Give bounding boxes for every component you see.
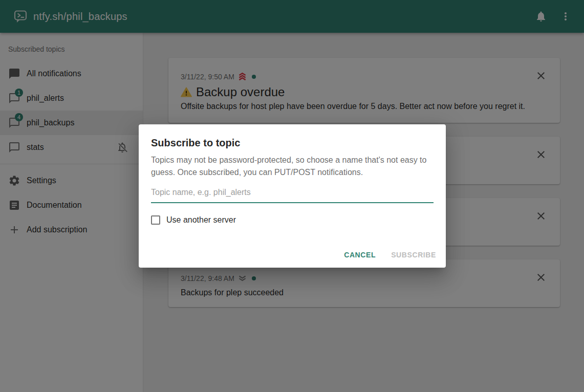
- subscribe-dialog: Subscribe to topic Topics may not be pas…: [139, 124, 446, 268]
- dialog-title: Subscribe to topic: [151, 137, 434, 149]
- use-another-server-checkbox[interactable]: [151, 215, 160, 225]
- cancel-button[interactable]: CANCEL: [338, 246, 381, 264]
- dialog-actions: CANCEL SUBSCRIBE: [338, 246, 442, 264]
- use-another-server-row[interactable]: Use another server: [151, 215, 434, 225]
- ntfy-app: ntfy.sh/phil_backups Subscribed topics A…: [0, 0, 584, 392]
- subscribe-button[interactable]: SUBSCRIBE: [385, 246, 442, 264]
- topic-name-input[interactable]: [151, 187, 434, 203]
- dialog-description: Topics may not be password-protected, so…: [151, 154, 434, 179]
- checkbox-label: Use another server: [166, 215, 236, 225]
